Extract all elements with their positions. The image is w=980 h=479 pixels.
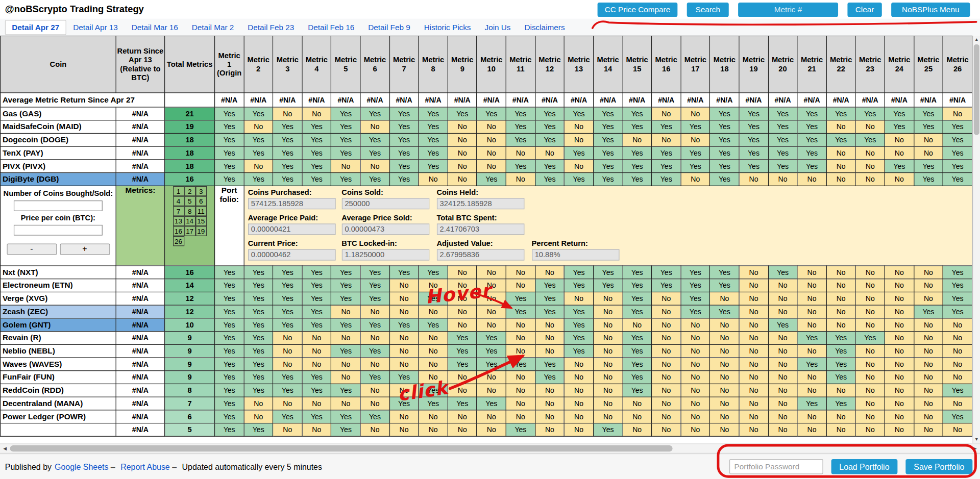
metric-cell[interactable]: No (594, 318, 623, 332)
coin-cell[interactable]: Waves (WAVES) (1, 358, 116, 371)
metric-cell[interactable]: No (448, 133, 477, 146)
metric-cell[interactable]: Yes (739, 133, 768, 146)
metric-cell[interactable]: Yes (215, 371, 244, 384)
metric-cell[interactable]: Yes (419, 266, 448, 279)
metric-cell[interactable]: Yes (215, 279, 244, 292)
metric-cell[interactable]: Yes (360, 107, 389, 120)
metric-cell[interactable]: No (419, 279, 448, 292)
metric-cell[interactable]: Yes (623, 173, 652, 186)
metric-cell[interactable]: No (652, 358, 681, 371)
metric-cell[interactable]: No (564, 133, 593, 146)
metric-cell[interactable]: No (652, 410, 681, 423)
metric-cell[interactable]: No (448, 266, 477, 279)
metric-cell[interactable]: No (360, 358, 389, 371)
metric-cell[interactable]: No (914, 318, 943, 332)
metric-cell[interactable]: Yes (273, 120, 302, 134)
metric-cell[interactable]: Yes (215, 384, 244, 397)
metric-cell[interactable]: Yes (652, 173, 681, 186)
increment-button[interactable]: + (60, 244, 110, 255)
metric-cell[interactable]: No (244, 120, 273, 134)
metric-cell[interactable]: No (477, 266, 506, 279)
metric-cell[interactable]: Yes (302, 266, 331, 279)
metric-cell[interactable]: No (914, 266, 943, 279)
metric-cell[interactable]: Yes (826, 332, 855, 345)
metric-cell[interactable]: No (535, 146, 564, 160)
metric-cell[interactable]: No (855, 305, 885, 318)
metric-cell[interactable]: Yes (681, 120, 710, 134)
metric-cell[interactable]: No (914, 133, 943, 146)
metric-cell[interactable]: Yes (389, 173, 419, 186)
metric-cell[interactable]: No (768, 344, 797, 358)
metric-cell[interactable]: No (506, 173, 535, 186)
metric-cell[interactable]: No (652, 384, 681, 397)
metric-cell[interactable]: No (768, 173, 797, 186)
metric-cell[interactable]: Yes (273, 146, 302, 160)
metric-cell[interactable]: No (419, 371, 448, 384)
metric-cell[interactable]: Yes (914, 120, 943, 134)
metric-cell[interactable]: Yes (535, 120, 564, 134)
metric-cell[interactable]: No (710, 410, 739, 423)
metric-cell[interactable]: Yes (739, 120, 768, 134)
metric-cell[interactable]: No (943, 318, 972, 332)
metric-cell[interactable]: Yes (244, 279, 273, 292)
metric-cell[interactable]: No (564, 423, 593, 437)
metric-cell[interactable]: Yes (826, 133, 855, 146)
metric-cell[interactable]: No (710, 423, 739, 437)
metric-cell[interactable]: No (360, 423, 389, 437)
metric-cell[interactable]: No (855, 384, 885, 397)
coin-cell[interactable] (1, 423, 116, 437)
metric-cell[interactable]: No (826, 266, 855, 279)
metric-cell[interactable]: No (652, 318, 681, 332)
metric-cell[interactable]: No (855, 318, 885, 332)
metric-cell[interactable]: Yes (710, 266, 739, 279)
metric-cell[interactable]: Yes (215, 133, 244, 146)
metric-number-cell[interactable]: 3 (195, 186, 207, 196)
metric-cell[interactable]: No (448, 120, 477, 134)
price-per-coin-input[interactable] (14, 225, 103, 236)
metric-cell[interactable]: No (360, 160, 389, 173)
metric-cell[interactable]: No (594, 397, 623, 410)
metric-cell[interactable]: No (564, 358, 593, 371)
metric-cell[interactable]: No (855, 410, 885, 423)
metric-cell[interactable]: No (448, 305, 477, 318)
metric-number-cell[interactable]: 2 (184, 186, 195, 196)
metric-cell[interactable]: No (419, 305, 448, 318)
metric-cell[interactable]: Yes (710, 120, 739, 134)
metric-cell[interactable]: Yes (244, 371, 273, 384)
metric-number-cell[interactable]: 17 (184, 226, 195, 236)
metric-cell[interactable]: No (419, 358, 448, 371)
metric-cell[interactable]: No (623, 133, 652, 146)
metric-cell[interactable]: No (535, 266, 564, 279)
metric-cell[interactable]: No (739, 266, 768, 279)
metric-cell[interactable]: Yes (594, 120, 623, 134)
metric-cell[interactable]: No (302, 332, 331, 345)
metric-cell[interactable]: Yes (506, 107, 535, 120)
metric-cell[interactable]: Yes (826, 358, 855, 371)
metric-cell[interactable]: Yes (331, 173, 360, 186)
metric-cell[interactable]: Yes (623, 371, 652, 384)
metric-cell[interactable]: Yes (594, 160, 623, 173)
metric-cell[interactable]: Yes (273, 279, 302, 292)
metric-cell[interactable]: Yes (448, 332, 477, 345)
metric-cell[interactable]: Yes (768, 120, 797, 134)
metric-cell[interactable]: Yes (768, 266, 797, 279)
metric-cell[interactable]: No (623, 410, 652, 423)
scroll-right-arrow-icon[interactable]: ► (971, 444, 979, 453)
metric-cell[interactable]: Yes (389, 371, 419, 384)
metric-cell[interactable]: No (389, 332, 419, 345)
metric-cell[interactable]: Yes (389, 397, 419, 410)
metric-cell[interactable]: Yes (826, 107, 855, 120)
metric-cell[interactable]: Yes (506, 160, 535, 173)
metric-cell[interactable]: No (768, 410, 797, 423)
metric-cell[interactable]: Yes (564, 305, 593, 318)
metric-cell[interactable]: Yes (564, 332, 593, 345)
metric-number-cell[interactable]: 4 (173, 196, 184, 206)
tab-detail-feb-9[interactable]: Detail Feb 9 (361, 20, 417, 35)
scroll-down-arrow-icon[interactable]: ▼ (973, 436, 980, 444)
metric-cell[interactable]: No (768, 279, 797, 292)
metric-cell[interactable]: No (506, 371, 535, 384)
metric-cell[interactable]: Yes (914, 160, 943, 173)
metric-cell[interactable]: No (594, 305, 623, 318)
metric-cell[interactable]: Yes (710, 160, 739, 173)
metric-cell[interactable]: Yes (419, 384, 448, 397)
